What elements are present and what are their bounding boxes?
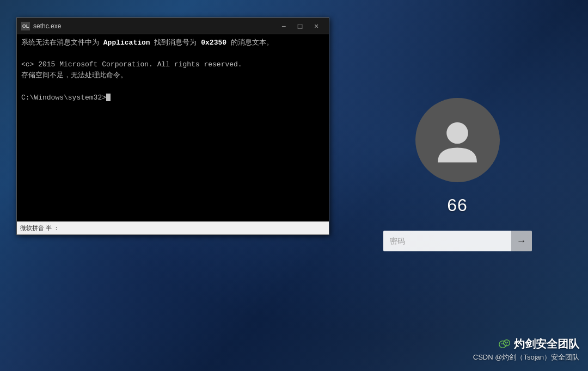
cmd-body[interactable]: 系统无法在消息文件中为 Application 找到消息号为 0x2350 的消…: [17, 34, 329, 234]
watermark: 灼剑安全团队 CSDN @灼剑（Tsojan）安全团队: [473, 337, 579, 362]
cmd-output-error: 存储空间不足，无法处理此命令。: [21, 70, 324, 81]
user-avatar-icon: [433, 116, 482, 165]
cmd-output-blank-2: [21, 82, 324, 92]
cmd-close-button[interactable]: ×: [308, 18, 324, 34]
user-avatar: [415, 98, 500, 182]
cmd-window-controls: − □ ×: [275, 18, 324, 34]
brand-name-label: 灼剑安全团队: [514, 337, 579, 351]
watermark-brand-row: 灼剑安全团队: [473, 337, 579, 351]
brand-subtitle-label: CSDN @灼剑（Tsojan）安全团队: [473, 353, 579, 362]
submit-arrow-icon: →: [517, 236, 526, 247]
cmd-output-copyright: <c> 2015 Microsoft Corporation. All righ…: [21, 59, 324, 70]
cmd-maximize-button[interactable]: □: [292, 18, 308, 34]
cmd-output-blank-1: [21, 48, 324, 59]
svg-point-4: [503, 343, 504, 344]
cmd-output-line-1: 系统无法在消息文件中为 Application 找到消息号为 0x2350 的消…: [21, 38, 324, 48]
ime-label: 微软拼音 半 ：: [20, 224, 59, 232]
svg-point-3: [501, 343, 503, 344]
password-row: →: [383, 231, 532, 251]
cmd-window: OL sethc.exe − □ × 系统无法在消息文件中为 Applicati…: [16, 17, 329, 235]
cmd-prompt: C:\Windows\system32>: [21, 92, 324, 103]
svg-point-6: [507, 342, 508, 343]
login-panel: 66 →: [327, 0, 588, 371]
svg-point-0: [446, 122, 468, 144]
password-input[interactable]: [383, 231, 511, 251]
cmd-title: sethc.exe: [33, 22, 275, 30]
svg-point-5: [505, 342, 506, 343]
svg-point-1: [499, 341, 506, 348]
password-submit-button[interactable]: →: [511, 231, 532, 251]
username-label: 66: [447, 195, 468, 215]
svg-point-2: [504, 339, 510, 345]
cmd-cursor: [106, 94, 111, 101]
cmd-ime-bar: 微软拼音 半 ：: [17, 221, 329, 234]
wechat-icon: [499, 338, 511, 350]
cmd-minimize-button[interactable]: −: [275, 18, 292, 34]
cmd-app-icon: OL: [21, 22, 30, 30]
cmd-titlebar: OL sethc.exe − □ ×: [17, 18, 329, 34]
